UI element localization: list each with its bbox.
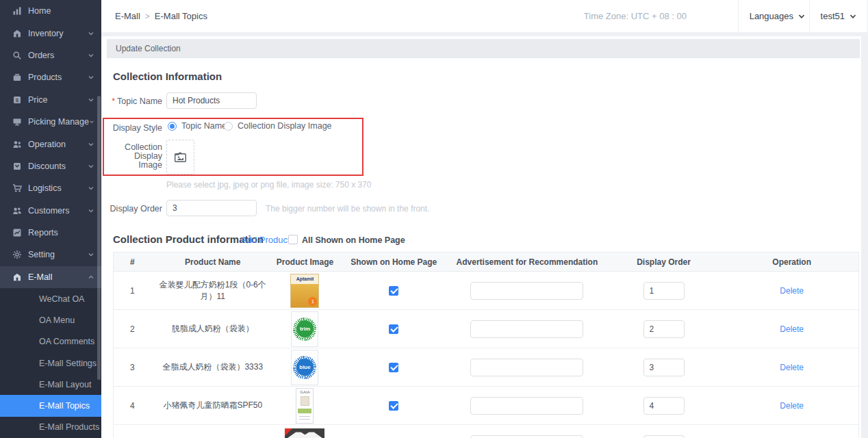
- delete-button[interactable]: Delete: [780, 324, 804, 334]
- shown-on-home-page-checkbox[interactable]: [389, 401, 398, 411]
- display-style-radio-collection-image[interactable]: Collection Display Image: [224, 121, 332, 131]
- price-icon: $: [12, 95, 22, 105]
- all-shown-checkbox[interactable]: [288, 235, 298, 244]
- sidebar-item-label: Customers: [28, 206, 88, 216]
- sidebar-item-logistics[interactable]: Logistics: [0, 177, 101, 199]
- products-briefcase-icon: [12, 73, 22, 82]
- chevron-down-icon: [88, 96, 94, 103]
- delete-button[interactable]: Delete: [780, 363, 804, 372]
- delete-button[interactable]: Delete: [780, 401, 804, 411]
- sidebar-subitem-wechat-oa[interactable]: WeChat OA: [0, 288, 101, 309]
- row-display-order-input[interactable]: [643, 435, 685, 438]
- radio-label: Topic Name: [181, 121, 227, 131]
- radio-unselected-icon[interactable]: [224, 122, 233, 131]
- sidebar-scrollbar[interactable]: [97, 96, 101, 380]
- e-mall-store-icon: [12, 272, 22, 282]
- upload-hint: Please select jpg, jpeg or png file, ima…: [166, 180, 372, 190]
- collection-display-image-label: Collection Display Image: [101, 143, 162, 170]
- sidebar-item-customers[interactable]: Customers: [0, 200, 101, 222]
- sidebar-subitem-oa-menu[interactable]: OA Menu: [0, 309, 101, 331]
- sidebar-item-products[interactable]: Products: [0, 66, 101, 88]
- table-row: [114, 425, 858, 438]
- user-menu-dropdown[interactable]: test51: [809, 0, 868, 32]
- shown-on-home-page-checkbox[interactable]: [389, 363, 398, 372]
- sidebar-item-label: Picking Manage: [28, 117, 89, 127]
- radio-label: Collection Display Image: [238, 121, 332, 131]
- product-image-aptamil-gold-box: Aptamil 1: [290, 274, 319, 308]
- table-row: 1 金装婴儿配方奶粉1段（0-6个月）11 Aptamil 1 Delete: [114, 272, 858, 310]
- sidebar-item-label: Products: [28, 73, 88, 82]
- add-product-button[interactable]: Add Product: [241, 235, 290, 245]
- delete-button[interactable]: Delete: [780, 286, 804, 296]
- sidebar-item-home[interactable]: Home: [0, 0, 101, 22]
- shown-on-home-page-checkbox[interactable]: [389, 324, 398, 334]
- sidebar-item-price[interactable]: $ Price: [0, 89, 101, 111]
- sidebar-subitem-e-mall-products[interactable]: E-Mall Products: [0, 417, 101, 438]
- row-display-order-input[interactable]: [643, 359, 685, 376]
- topic-name-input[interactable]: [166, 92, 257, 109]
- sidebar-subitem-e-mall-settings[interactable]: E-Mall Settings: [0, 352, 101, 374]
- display-order-input[interactable]: [166, 200, 257, 216]
- svg-text:$: $: [16, 97, 19, 103]
- row-index: 3: [114, 363, 151, 372]
- advertisement-input[interactable]: [470, 435, 583, 438]
- advertisement-input[interactable]: [470, 320, 583, 338]
- radio-selected-icon[interactable]: [168, 122, 177, 131]
- product-image-trim-milk-powder: trim: [291, 311, 318, 347]
- column-header-product-name: Product Name: [151, 257, 275, 267]
- sidebar-item-operation[interactable]: Operation: [0, 133, 101, 155]
- product-name: 金装婴儿配方奶粉1段（0-6个月）11: [151, 279, 275, 302]
- sidebar-item-reports[interactable]: Reports: [0, 222, 101, 244]
- chevron-down-icon: [88, 251, 94, 258]
- username-label: test51: [821, 11, 845, 21]
- inventory-icon: [12, 29, 22, 38]
- breadcrumb-parent[interactable]: E-Mall: [115, 11, 140, 21]
- image-upload-box[interactable]: [166, 140, 194, 175]
- logistics-cart-icon: [12, 183, 22, 193]
- chevron-down-icon: [88, 163, 94, 170]
- sidebar-item-setting[interactable]: Setting: [0, 244, 101, 266]
- breadcrumb-current: E-Mall Topics: [155, 11, 207, 21]
- row-display-order-input[interactable]: [643, 282, 685, 300]
- home-icon: [12, 6, 22, 16]
- chevron-down-icon: [88, 185, 94, 192]
- display-order-hint: The bigger number will be shown in the f…: [266, 204, 429, 214]
- product-image-white-tshirt: [285, 428, 324, 438]
- sidebar-subitem-oa-comments[interactable]: OA Comments: [0, 331, 101, 352]
- customers-users-icon: [12, 206, 22, 216]
- chevron-down-icon: [850, 13, 856, 20]
- shown-on-home-page-checkbox[interactable]: [389, 286, 398, 296]
- sidebar-subitem-e-mall-topics[interactable]: E-Mall Topics: [0, 395, 101, 416]
- languages-label: Languages: [750, 11, 793, 21]
- display-style-label: Display Style: [101, 123, 162, 133]
- sidebar-subitem-e-mall-layout[interactable]: E-Mall Layout: [0, 374, 101, 395]
- row-index: 2: [114, 324, 151, 334]
- sidebar-item-label: Orders: [28, 51, 88, 60]
- column-header-index: #: [114, 257, 151, 267]
- sidebar-item-inventory[interactable]: Inventory: [0, 22, 101, 44]
- setting-gear-icon: [12, 250, 22, 259]
- sidebar-item-orders[interactable]: Orders: [0, 44, 101, 66]
- languages-dropdown[interactable]: Languages: [738, 0, 816, 32]
- advertisement-input[interactable]: [470, 359, 583, 376]
- sidebar-item-e-mall[interactable]: E-Mall: [0, 266, 101, 288]
- product-image-blue-milk-powder: blue: [291, 350, 318, 385]
- sidebar-item-label: Logistics: [28, 183, 88, 193]
- chevron-down-icon: [89, 118, 94, 125]
- sidebar-item-label: Inventory: [28, 29, 88, 38]
- sidebar-item-discounts[interactable]: Discounts: [0, 155, 101, 177]
- row-index: 4: [114, 401, 151, 411]
- sidebar-item-picking-manage[interactable]: Picking Manage: [0, 111, 101, 133]
- breadcrumb: E-Mall > E-Mall Topics: [115, 0, 207, 32]
- sidebar: Home Inventory Orders Products: [0, 0, 101, 438]
- row-display-order-input[interactable]: [643, 320, 685, 338]
- breadcrumb-separator: >: [145, 12, 150, 21]
- advertisement-input[interactable]: [470, 282, 583, 300]
- table-row: 3 全脂成人奶粉（袋装）3333 blue Delete: [114, 348, 858, 387]
- row-display-order-input[interactable]: [643, 397, 685, 415]
- advertisement-input[interactable]: [470, 397, 583, 415]
- row-index: 1: [114, 286, 151, 296]
- timezone-label: Time Zone: UTC + 08 : 00: [584, 0, 687, 32]
- product-table: # Product Name Product Image Shown on Ho…: [113, 252, 859, 438]
- display-style-radio-topic-name[interactable]: Topic Name: [168, 121, 227, 131]
